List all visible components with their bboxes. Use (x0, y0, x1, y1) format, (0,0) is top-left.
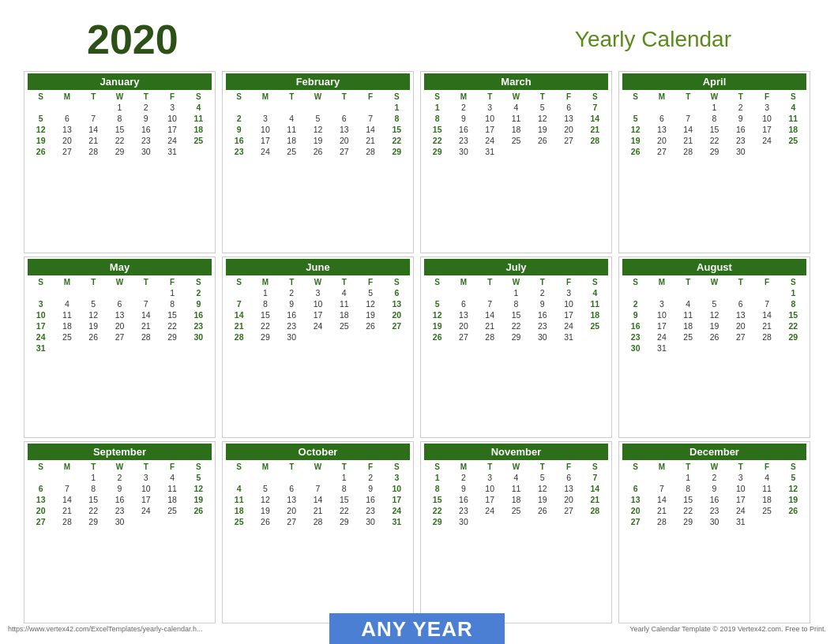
calendar-day: 18 (753, 494, 780, 505)
calendar-day: 18 (675, 320, 701, 331)
weekday-header: M (252, 277, 278, 287)
calendar-day: 17 (555, 309, 581, 320)
calendar-day: 31 (555, 331, 581, 343)
footer-url: https://www.vertex42.com/ExcelTemplates/… (0, 625, 329, 633)
weekday-header: S (780, 92, 806, 102)
calendar-day: 23 (107, 505, 133, 516)
weekday-header: W (503, 462, 529, 472)
calendar-day: 27 (727, 331, 753, 343)
weekday-header: M (648, 462, 674, 472)
calendar-day: 2 (226, 113, 252, 124)
weekday-header: M (252, 462, 278, 472)
calendar-day: 27 (107, 331, 133, 343)
calendar-day: 6 (622, 483, 648, 494)
calendar-day (622, 287, 648, 298)
calendar-day: 20 (279, 505, 305, 516)
calendar-day: 15 (252, 309, 278, 320)
calendar-day: 11 (54, 309, 80, 320)
calendar-day: 9 (133, 113, 159, 124)
calendar-day: 5 (780, 472, 806, 483)
calendar-day: 2 (133, 102, 159, 113)
calendar-day: 24 (305, 320, 331, 331)
calendar-day: 19 (252, 505, 278, 516)
calendar-day: 19 (701, 320, 727, 331)
weekday-header: F (159, 92, 185, 102)
calendar-day (780, 146, 806, 157)
calendar-day: 19 (186, 494, 212, 505)
calendar-day: 9 (357, 483, 383, 494)
calendar-day: 28 (305, 516, 331, 527)
calendar-day: 9 (186, 298, 212, 309)
calendar-day: 28 (675, 146, 701, 157)
calendar-day: 12 (186, 483, 212, 494)
calendar-day: 3 (28, 298, 54, 309)
calendar-day (81, 287, 107, 298)
weekday-header: S (226, 462, 252, 472)
calendar-day: 11 (503, 113, 529, 124)
weekday-header: M (648, 92, 674, 102)
calendar-day: 16 (450, 494, 476, 505)
calendar-day: 22 (252, 320, 278, 331)
calendar-day: 17 (477, 494, 503, 505)
calendar-day: 2 (450, 102, 476, 113)
weekday-header: F (555, 277, 581, 287)
calendar-day: 13 (622, 494, 648, 505)
calendar-day: 30 (186, 331, 212, 343)
calendar-day (648, 472, 674, 483)
calendar-day (555, 146, 581, 157)
calendar-day: 29 (252, 331, 278, 343)
calendar-day: 22 (81, 505, 107, 516)
calendar-day: 19 (622, 135, 648, 146)
calendar-day (133, 343, 159, 354)
calendar-day: 22 (503, 320, 529, 331)
calendar-day: 5 (28, 113, 54, 124)
calendar-day: 27 (622, 516, 648, 527)
calendar-day: 7 (133, 298, 159, 309)
calendar-day (753, 146, 780, 157)
calendar-day: 12 (622, 124, 648, 135)
calendar-day: 26 (424, 331, 450, 343)
calendar-day: 15 (81, 494, 107, 505)
calendar-day: 16 (186, 309, 212, 320)
calendar-day: 13 (450, 309, 476, 320)
calendar-day: 29 (424, 146, 450, 157)
calendar-day: 2 (529, 287, 555, 298)
calendar-day: 18 (279, 135, 305, 146)
calendar-day: 15 (675, 494, 701, 505)
calendar-day: 3 (252, 113, 278, 124)
calendar-day: 30 (357, 516, 383, 527)
calendar-day: 2 (450, 472, 476, 483)
calendar-day: 14 (81, 124, 107, 135)
month-block-december: DecemberSMTWTFS1234567891011121314151617… (618, 441, 810, 623)
calendar-day: 20 (54, 135, 80, 146)
calendar-day: 11 (331, 298, 357, 309)
calendar-day: 3 (133, 472, 159, 483)
calendar-day: 28 (753, 331, 780, 343)
calendar-day: 18 (503, 124, 529, 135)
calendar-day: 15 (701, 124, 727, 135)
calendar-day: 1 (701, 102, 727, 113)
calendar-day: 20 (555, 494, 581, 505)
calendar-day: 26 (357, 320, 383, 331)
calendar-day (331, 102, 357, 113)
weekday-header: F (555, 92, 581, 102)
calendar-day (305, 331, 331, 343)
weekday-header: M (54, 277, 80, 287)
calendar-day: 20 (384, 309, 410, 320)
calendar-day (28, 102, 54, 113)
calendar-day (582, 146, 608, 157)
calendar-day: 7 (81, 113, 107, 124)
weekday-header: W (701, 92, 727, 102)
calendar-day: 26 (252, 516, 278, 527)
calendar-day: 9 (727, 113, 753, 124)
calendar-day: 7 (582, 472, 608, 483)
calendar-day: 7 (582, 102, 608, 113)
calendar-day: 4 (186, 102, 212, 113)
calendar-day: 14 (305, 494, 331, 505)
calendar-day (384, 331, 410, 343)
calendar-day: 21 (753, 320, 780, 331)
calendar-day: 23 (529, 320, 555, 331)
weekday-header: T (81, 277, 107, 287)
weekday-header: T (675, 92, 701, 102)
calendar-day (582, 516, 608, 527)
